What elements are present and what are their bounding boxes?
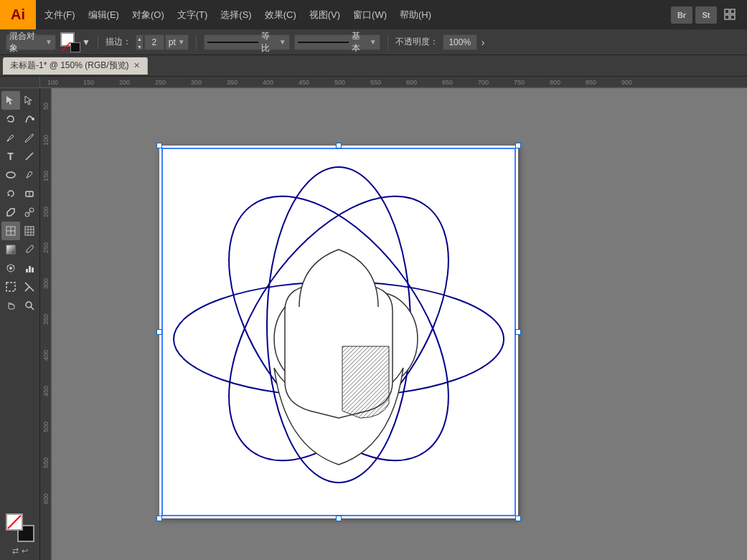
stroke-up-arrow[interactable]: ▲ xyxy=(136,35,143,43)
svg-point-38 xyxy=(13,265,14,267)
brush-tool[interactable] xyxy=(20,128,39,147)
stroke-unit-label: pt xyxy=(169,37,176,47)
stroke-value-input[interactable] xyxy=(144,34,164,50)
opacity-label: 不透明度： xyxy=(395,36,438,48)
svg-text:550: 550 xyxy=(370,79,381,86)
hand-tool[interactable] xyxy=(1,296,20,315)
live-paint-tool[interactable] xyxy=(1,222,20,240)
menu-view[interactable]: 视图(V) xyxy=(304,6,346,24)
document-tabs: 未标题-1* @ 150% (RGB/预览) ✕ xyxy=(0,55,747,77)
zoom-tool[interactable] xyxy=(20,296,39,315)
menu-select[interactable]: 选择(S) xyxy=(215,6,257,24)
fill-stroke-controls: ▼ xyxy=(60,32,90,52)
handle-top-center[interactable] xyxy=(336,143,342,148)
menu-bar: Ai 文件(F) 编辑(E) 对象(O) 文字(T) 选择(S) 效果(C) 视… xyxy=(0,0,747,29)
svg-text:200: 200 xyxy=(119,79,130,86)
stroke-type-label: 等比 xyxy=(261,30,276,54)
direct-selection-tool[interactable] xyxy=(20,91,39,110)
handle-top-right[interactable] xyxy=(515,143,521,148)
ruler-top: 100 150 200 250 300 350 400 450 500 550 … xyxy=(40,77,747,88)
color-swatches: ⇄ ↩ xyxy=(1,509,39,560)
tool-row-2 xyxy=(1,110,39,128)
svg-line-24 xyxy=(26,153,33,160)
opacity-more-btn[interactable]: › xyxy=(481,37,485,48)
swap-icon[interactable]: ⇄ xyxy=(12,546,19,556)
menu-edit[interactable]: 编辑(E) xyxy=(83,6,125,24)
ruler-left: 50 100 150 200 250 300 350 400 450 500 5… xyxy=(40,88,52,560)
svg-point-36 xyxy=(9,267,12,270)
svg-line-45 xyxy=(8,516,21,528)
svg-text:300: 300 xyxy=(191,79,202,86)
menu-items: 文件(F) 编辑(E) 对象(O) 文字(T) 选择(S) 效果(C) 视图(V… xyxy=(36,6,440,24)
handle-middle-right[interactable] xyxy=(515,329,521,335)
rotate-tool[interactable] xyxy=(1,184,20,203)
svg-text:50: 50 xyxy=(42,103,50,110)
menu-text[interactable]: 文字(T) xyxy=(172,6,214,24)
eyedropper-tool[interactable] xyxy=(20,240,39,259)
svg-text:450: 450 xyxy=(299,79,309,86)
line-tool[interactable] xyxy=(20,147,39,166)
ellipse-tool[interactable] xyxy=(1,166,20,184)
stroke-unit-selector[interactable]: pt ▼ xyxy=(165,34,189,50)
app-logo: Ai xyxy=(0,0,36,29)
opacity-input[interactable] xyxy=(443,34,477,50)
reset-colors-icon[interactable]: ↩ xyxy=(22,546,28,556)
scale-tool[interactable] xyxy=(1,203,20,222)
menu-help[interactable]: 帮助(H) xyxy=(394,6,437,24)
blend-mode-arrow: ▼ xyxy=(45,38,52,46)
menu-object[interactable]: 对象(O) xyxy=(126,6,170,24)
tool-row-12 xyxy=(1,296,39,315)
fill-stroke-swatches[interactable] xyxy=(4,512,36,544)
stroke-profile-selector[interactable]: 基本 ▼ xyxy=(294,34,380,50)
handle-bottom-right[interactable] xyxy=(515,516,521,521)
mesh-tool[interactable] xyxy=(20,222,39,240)
text-tool[interactable]: T xyxy=(1,147,20,166)
symbol-spray-tool[interactable] xyxy=(1,259,20,277)
svg-text:450: 450 xyxy=(42,386,50,397)
menu-effect[interactable]: 效果(C) xyxy=(259,6,302,24)
separator-3 xyxy=(387,35,388,49)
stock-icon-btn[interactable]: St xyxy=(695,6,717,24)
document-tab-active[interactable]: 未标题-1* @ 150% (RGB/预览) ✕ xyxy=(3,57,148,75)
slice-tool[interactable] xyxy=(20,277,39,296)
pen-tool[interactable] xyxy=(1,128,20,147)
warp-tool[interactable] xyxy=(20,110,39,128)
lasso-tool[interactable] xyxy=(1,110,20,128)
fill-color-swatch[interactable] xyxy=(6,513,23,531)
stroke-spinner[interactable]: ▲ ▼ pt ▼ xyxy=(136,34,189,50)
tool-row-4: T xyxy=(1,147,39,166)
graph-tool[interactable] xyxy=(20,259,39,277)
svg-text:200: 200 xyxy=(42,207,50,217)
options-toolbar: 混合对象 ▼ ▼ 描边： ▲ ▼ pt ▼ 等比 ▼ xyxy=(0,29,747,55)
handle-bottom-left[interactable] xyxy=(156,516,162,521)
stroke-down-arrow[interactable]: ▼ xyxy=(136,43,143,51)
ruler-corner xyxy=(0,77,40,88)
menu-file[interactable]: 文件(F) xyxy=(39,6,81,24)
handle-bottom-center[interactable] xyxy=(336,516,342,521)
fill-color-swatch[interactable] xyxy=(60,32,80,52)
menu-window[interactable]: 窗口(W) xyxy=(347,6,393,24)
blend-mode-selector[interactable]: 混合对象 ▼ xyxy=(6,34,56,50)
workspace-grid-icon[interactable] xyxy=(720,6,741,24)
svg-text:300: 300 xyxy=(42,278,50,289)
svg-point-25 xyxy=(6,172,15,178)
svg-text:600: 600 xyxy=(42,493,50,504)
handle-middle-left[interactable] xyxy=(156,329,162,335)
svg-text:150: 150 xyxy=(83,79,94,86)
toolbox: T xyxy=(0,88,40,560)
canvas-area[interactable] xyxy=(52,88,747,560)
artboard-tool[interactable] xyxy=(1,277,20,296)
gradient-tool[interactable] xyxy=(1,240,20,259)
eraser-tool[interactable] xyxy=(20,184,39,203)
main-row: T xyxy=(0,88,747,560)
svg-rect-34 xyxy=(6,245,15,254)
pencil-tool[interactable] xyxy=(20,166,39,184)
right-icons: Br St xyxy=(671,6,747,24)
stroke-profile-preview xyxy=(298,42,349,43)
handle-top-left[interactable] xyxy=(156,143,162,148)
doc-tab-close[interactable]: ✕ xyxy=(133,61,140,70)
selection-tool[interactable] xyxy=(1,91,20,110)
stroke-style-selector[interactable]: 等比 ▼ xyxy=(204,34,290,50)
bridge-icon-btn[interactable]: Br xyxy=(671,6,692,24)
blend-tool[interactable] xyxy=(20,203,39,222)
